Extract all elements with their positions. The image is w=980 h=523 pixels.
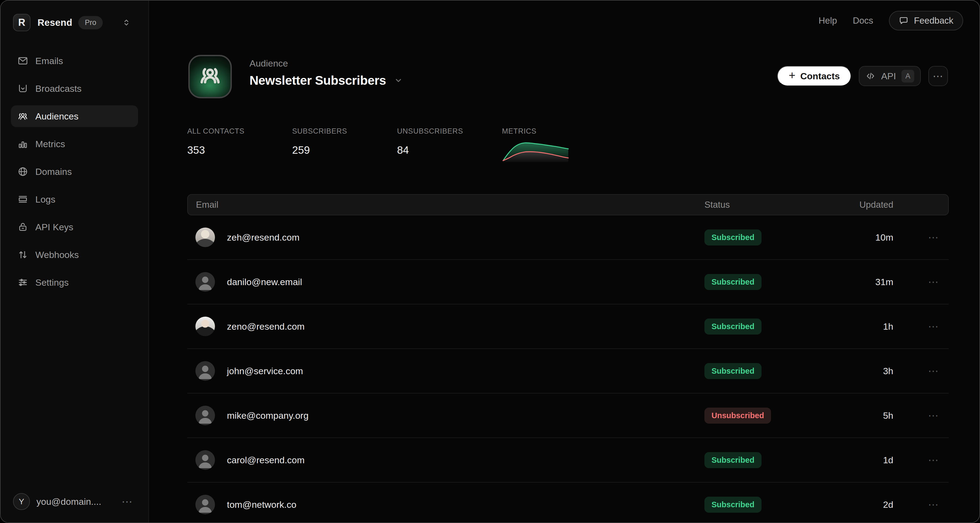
page-eyebrow: Audience xyxy=(250,58,403,69)
table-header: Email Status Updated xyxy=(187,194,949,216)
contact-email: mike@company.org xyxy=(227,410,309,421)
updated-time: 2d xyxy=(813,499,893,510)
more-options-button[interactable]: ⋯ xyxy=(928,66,948,86)
column-header-email: Email xyxy=(188,200,705,210)
table-row[interactable]: zeh@resend.com Subscribed 10m ⋯ xyxy=(187,216,949,260)
api-button[interactable]: API A xyxy=(859,66,921,86)
sliders-icon xyxy=(18,277,28,288)
email-cell: carol@resend.com xyxy=(187,450,705,470)
updated-time: 31m xyxy=(813,277,893,287)
table-body: zeh@resend.com Subscribed 10m ⋯ danilo@n… xyxy=(187,216,949,523)
plan-badge: Pro xyxy=(78,16,103,29)
header-actions: + Contacts API A ⋯ xyxy=(777,66,948,86)
email-cell: danilo@new.email xyxy=(187,272,705,292)
column-header-status: Status xyxy=(705,200,813,210)
rows-icon xyxy=(18,194,28,205)
user-email: you@domain.... xyxy=(37,496,101,507)
updated-time: 1d xyxy=(813,455,893,466)
table-row[interactable]: john@service.com Subscribed 3h ⋯ xyxy=(187,349,949,393)
avatar-placeholder xyxy=(196,495,215,514)
row-menu-ellipsis-icon[interactable]: ⋯ xyxy=(928,231,949,243)
avatar-placeholder xyxy=(196,406,215,425)
avatar-placeholder xyxy=(196,272,215,292)
mail-icon xyxy=(18,55,28,66)
page-header: Audience Newsletter Subscribers xyxy=(250,58,403,88)
feedback-button[interactable]: Feedback xyxy=(889,11,963,30)
row-menu-ellipsis-icon[interactable]: ⋯ xyxy=(928,365,949,377)
arrows-up-down-icon xyxy=(18,249,28,260)
contact-email: zeh@resend.com xyxy=(227,232,299,243)
row-menu-ellipsis-icon[interactable]: ⋯ xyxy=(928,276,949,288)
updated-time: 10m xyxy=(813,232,893,243)
sidebar: R Resend Pro Emails Broadcasts Audiences… xyxy=(0,0,149,523)
workspace-switcher[interactable]: R Resend Pro xyxy=(13,14,131,32)
avatar-photo xyxy=(196,228,215,247)
stat-label: SUBSCRIBERS xyxy=(292,127,397,136)
sidebar-item-settings[interactable]: Settings xyxy=(11,271,138,293)
user-avatar: Y xyxy=(13,493,30,510)
email-cell: john@service.com xyxy=(187,361,705,381)
contact-email: carol@resend.com xyxy=(227,455,305,466)
table-row[interactable]: zeno@resend.com Subscribed 1h ⋯ xyxy=(187,304,949,349)
updated-time: 5h xyxy=(813,410,893,421)
stat-all-contacts: ALL CONTACTS 353 xyxy=(187,127,292,163)
table-row[interactable]: carol@resend.com Subscribed 1d ⋯ xyxy=(187,438,949,483)
docs-link[interactable]: Docs xyxy=(853,16,873,26)
user-menu-ellipsis-icon[interactable]: ⋯ xyxy=(121,495,133,508)
user-account[interactable]: Y you@domain.... ⋯ xyxy=(13,493,133,510)
stat-unsubscribers: UNSUBSCRIBERS 84 xyxy=(397,127,502,163)
sidebar-nav: Emails Broadcasts Audiences Metrics Doma… xyxy=(11,50,138,293)
globe-icon xyxy=(18,166,28,177)
sidebar-item-label: Metrics xyxy=(35,139,65,149)
brand-name: Resend xyxy=(38,17,72,28)
sidebar-item-api-keys[interactable]: API Keys xyxy=(11,216,138,238)
stat-value: 353 xyxy=(187,144,292,156)
main-content: Help Docs Feedback Audience News xyxy=(150,0,980,523)
contact-email: john@service.com xyxy=(227,366,303,376)
contact-email: zeno@resend.com xyxy=(227,321,305,332)
contact-email: tom@network.co xyxy=(227,499,296,510)
code-icon xyxy=(865,71,876,81)
email-cell: zeh@resend.com xyxy=(187,228,705,247)
chevron-up-down-icon[interactable] xyxy=(122,18,131,27)
status-badge: Subscribed xyxy=(705,319,762,334)
row-menu-ellipsis-icon[interactable]: ⋯ xyxy=(928,454,949,466)
sidebar-item-emails[interactable]: Emails xyxy=(11,50,138,72)
sidebar-item-domains[interactable]: Domains xyxy=(11,161,138,182)
avatar-placeholder xyxy=(196,361,215,381)
stat-metrics: METRICS xyxy=(502,127,607,163)
sidebar-item-label: API Keys xyxy=(35,222,73,233)
email-cell: zeno@resend.com xyxy=(187,317,705,336)
row-menu-ellipsis-icon[interactable]: ⋯ xyxy=(928,409,949,422)
status-badge: Unsubscribed xyxy=(705,407,771,424)
stat-value: 84 xyxy=(397,144,502,156)
add-contacts-button[interactable]: + Contacts xyxy=(777,66,851,86)
stat-label: ALL CONTACTS xyxy=(187,127,292,136)
sidebar-item-logs[interactable]: Logs xyxy=(11,189,138,210)
stat-label: METRICS xyxy=(502,127,607,136)
sidebar-item-webhooks[interactable]: Webhooks xyxy=(11,244,138,266)
users-icon xyxy=(18,111,28,122)
sidebar-item-label: Logs xyxy=(35,194,56,205)
table-row[interactable]: mike@company.org Unsubscribed 5h ⋯ xyxy=(187,393,949,438)
email-cell: tom@network.co xyxy=(187,495,705,514)
updated-time: 3h xyxy=(813,366,893,376)
sidebar-item-label: Emails xyxy=(35,55,63,66)
row-menu-ellipsis-icon[interactable]: ⋯ xyxy=(928,320,949,332)
api-label: API xyxy=(881,71,896,81)
sidebar-item-label: Webhooks xyxy=(35,250,79,260)
inbox-icon xyxy=(18,83,28,94)
table-row[interactable]: danilo@new.email Subscribed 31m ⋯ xyxy=(187,260,949,304)
updated-time: 1h xyxy=(813,321,893,332)
row-menu-ellipsis-icon[interactable]: ⋯ xyxy=(928,499,949,510)
table-row[interactable]: tom@network.co Subscribed 2d ⋯ xyxy=(187,483,949,523)
chevron-down-icon[interactable] xyxy=(394,76,403,85)
sidebar-item-broadcasts[interactable]: Broadcasts xyxy=(11,78,138,99)
sidebar-item-metrics[interactable]: Metrics xyxy=(11,133,138,155)
status-badge: Subscribed xyxy=(705,230,762,246)
sidebar-item-audiences[interactable]: Audiences xyxy=(11,105,138,127)
metrics-sparkline-chart xyxy=(502,138,607,163)
help-link[interactable]: Help xyxy=(819,16,837,26)
topbar: Help Docs Feedback xyxy=(819,11,963,30)
sidebar-item-label: Audiences xyxy=(35,111,78,122)
